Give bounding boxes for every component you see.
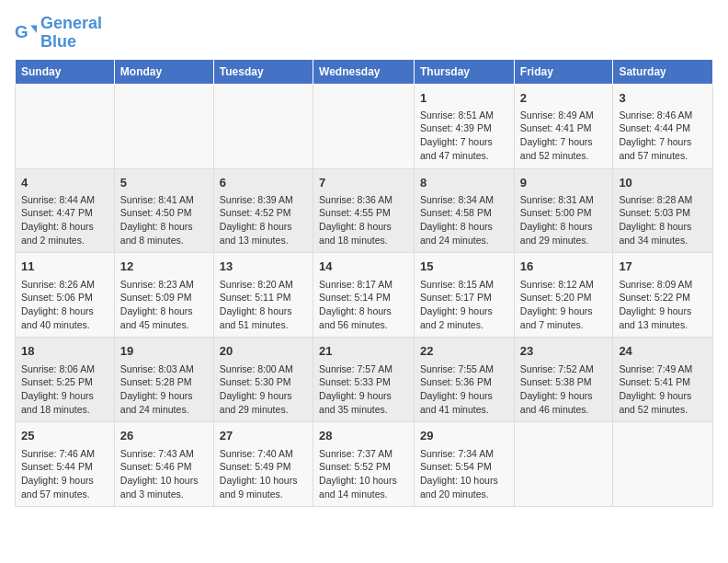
day-info: Sunrise: 8:49 AM Sunset: 4:41 PM Dayligh… [520, 109, 608, 163]
day-number: 3 [619, 90, 707, 107]
day-number: 22 [420, 343, 508, 360]
calendar-cell: 10Sunrise: 8:28 AM Sunset: 5:03 PM Dayli… [613, 168, 713, 253]
day-number: 28 [319, 428, 408, 444]
calendar-cell [114, 84, 213, 168]
calendar-cell [514, 422, 613, 507]
calendar-cell: 2Sunrise: 8:49 AM Sunset: 4:41 PM Daylig… [514, 84, 613, 168]
day-number: 4 [21, 175, 108, 191]
calendar-cell: 13Sunrise: 8:20 AM Sunset: 5:11 PM Dayli… [213, 253, 313, 338]
day-number: 27 [220, 428, 307, 444]
calendar-cell: 26Sunrise: 7:43 AM Sunset: 5:46 PM Dayli… [114, 422, 213, 507]
day-number: 12 [120, 259, 208, 275]
logo: G General Blue [15, 15, 102, 52]
day-info: Sunrise: 8:46 AM Sunset: 4:44 PM Dayligh… [619, 109, 707, 163]
logo-icon: G [15, 22, 37, 44]
day-number: 16 [520, 259, 608, 275]
day-number: 23 [520, 343, 608, 360]
day-info: Sunrise: 8:00 AM Sunset: 5:30 PM Dayligh… [220, 362, 307, 417]
calendar-cell: 21Sunrise: 7:57 AM Sunset: 5:33 PM Dayli… [313, 338, 415, 422]
calendar-cell: 16Sunrise: 8:12 AM Sunset: 5:20 PM Dayli… [514, 253, 613, 338]
day-info: Sunrise: 7:57 AM Sunset: 5:33 PM Dayligh… [319, 362, 408, 417]
day-info: Sunrise: 7:55 AM Sunset: 5:36 PM Dayligh… [420, 362, 508, 417]
day-info: Sunrise: 8:15 AM Sunset: 5:17 PM Dayligh… [420, 278, 508, 332]
day-number: 17 [619, 259, 707, 275]
calendar-cell: 4Sunrise: 8:44 AM Sunset: 4:47 PM Daylig… [16, 168, 115, 253]
calendar-cell: 12Sunrise: 8:23 AM Sunset: 5:09 PM Dayli… [114, 253, 213, 338]
calendar-cell: 18Sunrise: 8:06 AM Sunset: 5:25 PM Dayli… [16, 338, 115, 422]
calendar-cell: 27Sunrise: 7:40 AM Sunset: 5:49 PM Dayli… [213, 422, 313, 507]
calendar-cell: 20Sunrise: 8:00 AM Sunset: 5:30 PM Dayli… [213, 338, 313, 422]
day-number: 9 [520, 175, 608, 191]
calendar-week-row: 1Sunrise: 8:51 AM Sunset: 4:39 PM Daylig… [16, 84, 713, 168]
page-header: G General Blue [15, 15, 713, 52]
calendar-header: SundayMondayTuesdayWednesdayThursdayFrid… [16, 59, 713, 84]
day-number: 20 [220, 343, 307, 360]
day-info: Sunrise: 8:26 AM Sunset: 5:06 PM Dayligh… [21, 278, 108, 332]
day-info: Sunrise: 8:34 AM Sunset: 4:58 PM Dayligh… [420, 193, 508, 247]
day-number: 14 [319, 259, 408, 275]
calendar-cell: 6Sunrise: 8:39 AM Sunset: 4:52 PM Daylig… [213, 168, 313, 253]
weekday-header: Wednesday [313, 59, 415, 84]
day-info: Sunrise: 8:20 AM Sunset: 5:11 PM Dayligh… [220, 278, 307, 332]
calendar-cell: 29Sunrise: 7:34 AM Sunset: 5:54 PM Dayli… [415, 422, 515, 507]
day-info: Sunrise: 8:03 AM Sunset: 5:28 PM Dayligh… [120, 362, 208, 417]
day-number: 29 [420, 428, 508, 444]
day-number: 7 [319, 175, 408, 191]
day-info: Sunrise: 7:52 AM Sunset: 5:38 PM Dayligh… [520, 362, 608, 417]
calendar-cell [16, 84, 115, 168]
day-number: 11 [21, 259, 108, 275]
calendar-week-row: 25Sunrise: 7:46 AM Sunset: 5:44 PM Dayli… [16, 422, 713, 507]
calendar-cell: 28Sunrise: 7:37 AM Sunset: 5:52 PM Dayli… [313, 422, 415, 507]
day-number: 26 [120, 428, 208, 444]
day-info: Sunrise: 8:41 AM Sunset: 4:50 PM Dayligh… [120, 193, 208, 247]
day-info: Sunrise: 7:40 AM Sunset: 5:49 PM Dayligh… [220, 447, 307, 501]
calendar-cell: 7Sunrise: 8:36 AM Sunset: 4:55 PM Daylig… [313, 168, 415, 253]
weekday-header: Tuesday [213, 59, 313, 84]
calendar-cell: 22Sunrise: 7:55 AM Sunset: 5:36 PM Dayli… [415, 338, 515, 422]
weekday-header: Saturday [613, 59, 713, 84]
day-info: Sunrise: 8:17 AM Sunset: 5:14 PM Dayligh… [319, 278, 408, 332]
day-info: Sunrise: 8:09 AM Sunset: 5:22 PM Dayligh… [619, 278, 707, 332]
day-number: 19 [120, 343, 208, 360]
calendar-cell: 23Sunrise: 7:52 AM Sunset: 5:38 PM Dayli… [514, 338, 613, 422]
day-info: Sunrise: 8:12 AM Sunset: 5:20 PM Dayligh… [520, 278, 608, 332]
day-number: 21 [319, 343, 408, 360]
calendar-cell: 19Sunrise: 8:03 AM Sunset: 5:28 PM Dayli… [114, 338, 213, 422]
day-info: Sunrise: 8:28 AM Sunset: 5:03 PM Dayligh… [619, 193, 707, 247]
day-info: Sunrise: 8:06 AM Sunset: 5:25 PM Dayligh… [21, 362, 108, 417]
day-info: Sunrise: 7:34 AM Sunset: 5:54 PM Dayligh… [420, 447, 508, 501]
day-number: 18 [21, 343, 108, 360]
day-number: 6 [220, 175, 307, 191]
calendar-body: 1Sunrise: 8:51 AM Sunset: 4:39 PM Daylig… [16, 84, 713, 507]
day-number: 10 [619, 175, 707, 191]
day-info: Sunrise: 8:51 AM Sunset: 4:39 PM Dayligh… [420, 109, 508, 163]
calendar-cell: 15Sunrise: 8:15 AM Sunset: 5:17 PM Dayli… [415, 253, 515, 338]
day-info: Sunrise: 8:23 AM Sunset: 5:09 PM Dayligh… [120, 278, 208, 332]
calendar-cell: 3Sunrise: 8:46 AM Sunset: 4:44 PM Daylig… [613, 84, 713, 168]
day-info: Sunrise: 7:37 AM Sunset: 5:52 PM Dayligh… [319, 447, 408, 501]
calendar-cell: 9Sunrise: 8:31 AM Sunset: 5:00 PM Daylig… [514, 168, 613, 253]
day-number: 1 [420, 90, 508, 107]
svg-marker-1 [30, 25, 37, 33]
logo-text: General Blue [40, 15, 102, 52]
calendar-cell: 1Sunrise: 8:51 AM Sunset: 4:39 PM Daylig… [415, 84, 515, 168]
calendar-cell: 24Sunrise: 7:49 AM Sunset: 5:41 PM Dayli… [613, 338, 713, 422]
calendar-cell [613, 422, 713, 507]
day-number: 2 [520, 90, 608, 107]
calendar-week-row: 4Sunrise: 8:44 AM Sunset: 4:47 PM Daylig… [16, 168, 713, 253]
day-number: 24 [619, 343, 707, 360]
weekday-header: Sunday [16, 59, 115, 84]
calendar-cell: 14Sunrise: 8:17 AM Sunset: 5:14 PM Dayli… [313, 253, 415, 338]
day-info: Sunrise: 8:44 AM Sunset: 4:47 PM Dayligh… [21, 193, 108, 247]
weekday-header: Friday [514, 59, 613, 84]
day-number: 5 [120, 175, 208, 191]
calendar-week-row: 11Sunrise: 8:26 AM Sunset: 5:06 PM Dayli… [16, 253, 713, 338]
day-info: Sunrise: 7:46 AM Sunset: 5:44 PM Dayligh… [21, 447, 108, 501]
calendar-cell: 11Sunrise: 8:26 AM Sunset: 5:06 PM Dayli… [16, 253, 115, 338]
day-number: 15 [420, 259, 508, 275]
calendar-table: SundayMondayTuesdayWednesdayThursdayFrid… [15, 59, 713, 508]
weekday-header: Thursday [415, 59, 515, 84]
day-number: 13 [220, 259, 307, 275]
day-info: Sunrise: 7:49 AM Sunset: 5:41 PM Dayligh… [619, 362, 707, 417]
calendar-cell [213, 84, 313, 168]
